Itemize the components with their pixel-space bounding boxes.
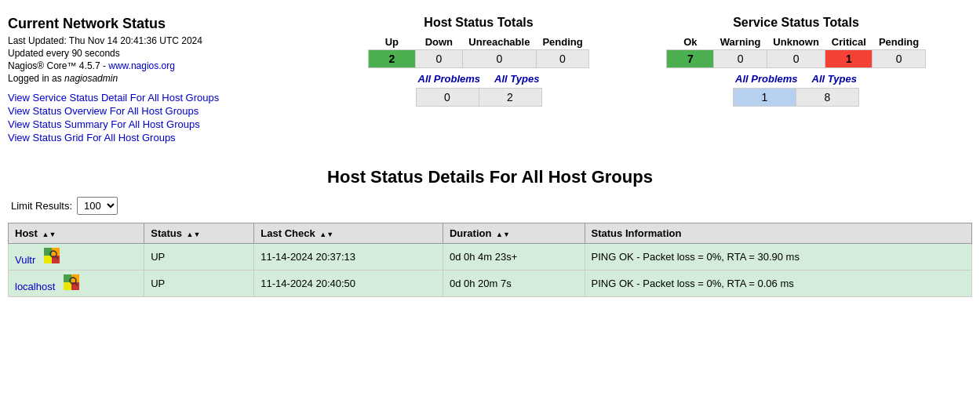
host-vultr-status-info: PING OK - Packet loss = 0%, RTA = 30.90 … — [585, 244, 971, 270]
host-problems-count[interactable]: 0 — [416, 89, 479, 107]
host-localhost-status: UP — [144, 270, 254, 297]
update-interval: Updated every 90 seconds — [8, 48, 337, 59]
table-header-row: Host ▲▼ Status ▲▼ Last Check ▲▼ Duration… — [9, 223, 972, 244]
host-name-cell: localhost — [9, 270, 144, 297]
svc-unknown-count[interactable]: 0 — [767, 50, 825, 68]
host-sort-arrows[interactable]: ▲▼ — [42, 231, 56, 238]
left-panel: Current Network Status Last Updated: Thu… — [8, 16, 337, 145]
svc-pending-count[interactable]: 0 — [873, 50, 925, 68]
host-status-totals-title: Host Status Totals — [353, 16, 604, 30]
status-summary-link[interactable]: View Status Summary For All Host Groups — [8, 118, 337, 130]
host-subtotals-table: 0 2 — [416, 88, 542, 107]
host-unreachable-count[interactable]: 0 — [462, 50, 536, 68]
logged-in-text: Logged in as nagiosadmin — [8, 73, 337, 84]
svc-warning-header: Warning — [714, 34, 767, 50]
col-last-check[interactable]: Last Check ▲▼ — [254, 223, 443, 244]
svg-rect-10 — [64, 282, 71, 290]
service-status-detail-link[interactable]: View Service Status Detail For All Host … — [8, 92, 337, 103]
last-check-sort-arrows[interactable]: ▲▼ — [319, 231, 333, 238]
svc-types-count[interactable]: 8 — [796, 89, 859, 107]
host-icon[interactable] — [64, 281, 79, 292]
svc-warning-count[interactable]: 0 — [714, 50, 767, 68]
page-title: Host Status Details For All Host Groups — [8, 167, 972, 187]
nagios-version: Nagios® Core™ 4.5.7 - www.nagios.org — [8, 60, 337, 71]
col-duration[interactable]: Duration ▲▼ — [443, 223, 585, 244]
col-host[interactable]: Host ▲▼ — [9, 223, 144, 244]
host-localhost-link[interactable]: localhost — [15, 281, 55, 292]
last-updated: Last Updated: Thu Nov 14 20:41:36 UTC 20… — [8, 35, 337, 46]
svg-rect-3 — [44, 256, 52, 263]
limit-results-select[interactable]: 25 50 100 200 All — [77, 197, 118, 215]
col-status-info: Status Information — [585, 223, 971, 244]
page-heading: Current Network Status — [8, 16, 337, 32]
duration-sort-arrows[interactable]: ▲▼ — [496, 231, 510, 238]
status-overview-link[interactable]: View Status Overview For All Host Groups — [8, 105, 337, 117]
svc-critical-count[interactable]: 1 — [825, 50, 873, 68]
search-icon — [44, 248, 60, 263]
svc-all-problems-label[interactable]: All Problems — [735, 73, 797, 85]
svc-ok-count[interactable]: 7 — [667, 50, 714, 68]
svc-ok-header: Ok — [667, 34, 714, 50]
host-all-problems-label[interactable]: All Problems — [418, 73, 480, 85]
host-icon[interactable] — [44, 254, 60, 266]
limit-results-control: Limit Results: 25 50 100 200 All — [8, 197, 972, 215]
status-grid-link[interactable]: View Status Grid For All Host Groups — [8, 132, 337, 143]
status-sort-arrows[interactable]: ▲▼ — [187, 231, 201, 238]
host-status-totals-table: Up Down Unreachable Pending 2 0 0 0 — [368, 34, 589, 68]
host-status-totals-panel: Host Status Totals Up Down Unreachable P… — [353, 16, 604, 107]
host-pending-count[interactable]: 0 — [536, 50, 588, 68]
host-localhost-last-check: 11-14-2024 20:40:50 — [254, 270, 443, 297]
host-localhost-duration: 0d 0h 20m 7s — [443, 270, 585, 297]
host-all-problems-row: All Problems All Types — [353, 73, 604, 85]
navigation-links: View Service Status Detail For All Host … — [8, 92, 337, 143]
host-status-table: Host ▲▼ Status ▲▼ Last Check ▲▼ Duration… — [8, 223, 972, 297]
host-down-header: Down — [415, 34, 462, 50]
svc-problems-count[interactable]: 1 — [734, 89, 796, 107]
table-row: localhost UP 11-14-2024 20:40:50 0 — [9, 270, 972, 297]
svc-all-problems-row: All Problems All Types — [620, 73, 972, 85]
host-up-header: Up — [368, 34, 415, 50]
service-status-totals-title: Service Status Totals — [620, 16, 972, 30]
nagios-link[interactable]: www.nagios.org — [108, 60, 175, 71]
svc-pending-header: Pending — [873, 34, 925, 50]
host-vultr-link[interactable]: Vultr — [15, 254, 35, 266]
svc-subtotals-table: 1 8 — [733, 88, 859, 107]
svc-all-types-label[interactable]: All Types — [812, 73, 857, 85]
host-vultr-last-check: 11-14-2024 20:37:13 — [254, 244, 443, 270]
host-types-count[interactable]: 2 — [479, 89, 541, 107]
service-status-totals-panel: Service Status Totals Ok Warning Unknown… — [620, 16, 972, 107]
host-vultr-duration: 0d 0h 4m 23s+ — [443, 244, 585, 270]
host-all-types-label[interactable]: All Types — [494, 73, 539, 85]
svc-critical-header: Critical — [825, 34, 873, 50]
host-localhost-status-info: PING OK - Packet loss = 0%, RTA = 0.06 m… — [585, 270, 971, 297]
col-status[interactable]: Status ▲▼ — [144, 223, 254, 244]
service-status-totals-table: Ok Warning Unknown Critical Pending 7 0 … — [666, 34, 925, 68]
limit-results-label: Limit Results: — [11, 200, 72, 212]
host-name-cell: Vultr — [9, 244, 144, 270]
host-down-count[interactable]: 0 — [415, 50, 462, 68]
host-unreachable-header: Unreachable — [462, 34, 536, 50]
svc-unknown-header: Unknown — [767, 34, 825, 50]
host-pending-header: Pending — [536, 34, 588, 50]
table-row: Vultr UP 11-14-2024 20:37:13 0d 0h — [9, 244, 972, 270]
host-up-count[interactable]: 2 — [368, 50, 415, 68]
host-table-body: Vultr UP 11-14-2024 20:37:13 0d 0h — [9, 244, 972, 297]
host-vultr-status: UP — [144, 244, 254, 270]
search-icon — [64, 274, 79, 290]
